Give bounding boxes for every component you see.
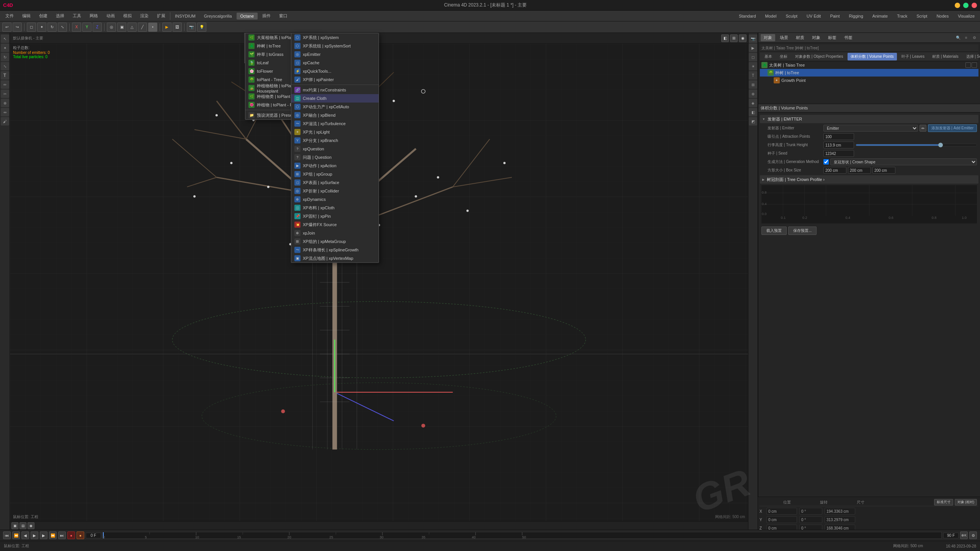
nav-render[interactable]: 渲染: [136, 12, 152, 20]
sdd-xpquestion[interactable]: ? xpQuestion: [291, 145, 379, 153]
nav-greyscale[interactable]: Greyscalgorilla: [200, 13, 236, 20]
nav-animate[interactable]: 动画: [103, 12, 119, 20]
coord-x-rot[interactable]: [799, 508, 822, 515]
tree-item-growthPoint[interactable]: ✦ Growth Point: [760, 77, 978, 84]
nav-extensions[interactable]: 扩展: [153, 12, 169, 20]
sdd-xpmetagroup[interactable]: ⊞ XP组的 | xpMetaGroup: [291, 237, 379, 246]
right-icon-obj[interactable]: ◻: [749, 53, 757, 61]
sidebar-cut[interactable]: ✂: [1, 90, 9, 98]
z-axis-btn[interactable]: Z: [93, 23, 102, 32]
timeline-autokey-btn[interactable]: ●: [77, 531, 84, 539]
nav-rigging[interactable]: Rigging: [845, 13, 867, 20]
sidebar-scale[interactable]: ⤡: [1, 62, 9, 70]
right-icon-grid[interactable]: ⊞: [749, 80, 757, 89]
sub-tab-coord[interactable]: 坐标: [777, 53, 791, 60]
sdd-xpcloth[interactable]: ◫ XP布料 | xpCloth: [291, 204, 379, 212]
trunk-height-slider-handle[interactable]: [938, 143, 943, 147]
light-btn[interactable]: 💡: [197, 23, 206, 32]
sdd-xpsystemsort[interactable]: ⬡ XP系统组 | xpSystemSort: [291, 42, 379, 50]
sub-tab-materials[interactable]: 材质 | Materials: [929, 53, 962, 60]
sub-tab-volume[interactable]: 体积分数 | Volume Points: [848, 53, 897, 60]
redo-btn[interactable]: ↪: [13, 23, 22, 32]
nav-edit[interactable]: 编辑: [18, 12, 34, 20]
sdd-xpexplosiafx[interactable]: 💥 XP爆炸FX Source: [291, 220, 379, 229]
right-icon-material[interactable]: ◈: [749, 99, 757, 107]
minimize-button[interactable]: [955, 3, 960, 8]
seed-input[interactable]: [823, 150, 854, 157]
sdd-xpcache[interactable]: ◻ xpCache: [291, 59, 379, 67]
view-btn-2[interactable]: ▤: [20, 522, 26, 529]
viewport-canvas[interactable]: 粒子总数: Number of emitters: 0 Total live p…: [10, 44, 748, 521]
coord-rel-btn[interactable]: 对象 (相对): [955, 499, 977, 505]
load-preset-btn[interactable]: 载入预置: [761, 227, 787, 235]
box-size-z[interactable]: [872, 167, 895, 174]
nav-simulate[interactable]: 模拟: [119, 12, 136, 20]
sdd-xppin[interactable]: 📌 XP固钉 | xpPin: [291, 212, 379, 220]
rotate-btn[interactable]: ↻: [47, 23, 57, 32]
timeline-play-btn[interactable]: ▶: [31, 531, 38, 539]
x-axis-btn[interactable]: X: [72, 23, 81, 32]
nav-visualize[interactable]: Visualize: [954, 13, 978, 20]
timeline-track[interactable]: 0 5 10 15 20 25 30 35 40 50: [103, 532, 942, 539]
right-icon-snap[interactable]: ⊕: [749, 90, 757, 98]
sdd-xpdynamics[interactable]: ⊕ xpDynamics: [291, 195, 379, 204]
select-btn[interactable]: ◻: [27, 23, 36, 32]
nav-uv[interactable]: UV Edit: [803, 13, 825, 20]
coord-y-size[interactable]: [825, 516, 855, 523]
right-icon-t[interactable]: T: [749, 71, 757, 80]
nav-sculpt[interactable]: Sculpt: [782, 13, 802, 20]
sidebar-mirror[interactable]: ⇔: [1, 108, 9, 116]
attraction-input[interactable]: [823, 133, 854, 140]
viewport-btn-2[interactable]: ⊞: [730, 34, 738, 42]
view-btn-3[interactable]: ◉: [28, 522, 34, 529]
timeline-step-back-btn[interactable]: ◀: [21, 531, 29, 539]
trunk-height-input[interactable]: [823, 142, 854, 148]
om-search-icon[interactable]: 🔍: [955, 34, 962, 41]
snap-btn[interactable]: ◎: [107, 23, 116, 32]
sdd-xpquicktools[interactable]: ⚡ xpQuickTools...: [291, 67, 379, 75]
nav-plugins[interactable]: 插件: [258, 12, 274, 20]
timeline-record-btn[interactable]: ●: [67, 531, 75, 539]
sdd-question[interactable]: ? 问题 | Question: [291, 153, 379, 161]
edge-btn[interactable]: ╱: [138, 23, 147, 32]
nav-animate2[interactable]: Animate: [869, 13, 892, 20]
gen-method-select[interactable]: 皇冠形状 | Crown Shape: [830, 158, 977, 165]
sdd-createcloth[interactable]: ◫ Create Cloth: [291, 94, 379, 103]
crown-profile-header[interactable]: 树冠剖面 | Tree Crown Profile ›: [760, 175, 978, 184]
timeline-next-btn[interactable]: ⏩: [49, 531, 57, 539]
nav-track[interactable]: Track: [893, 13, 911, 20]
coord-x-size[interactable]: [825, 508, 855, 515]
render-view-btn[interactable]: 🖼: [173, 23, 182, 32]
camera-btn[interactable]: 📷: [187, 23, 196, 32]
right-icon-camera[interactable]: 📷: [749, 34, 757, 43]
sdd-xpsplinegrowth[interactable]: 〜 XP样条增长 | xpSplineGrowth: [291, 246, 379, 254]
sdd-xpcollider[interactable]: ◎ XP折射 | xpCollider: [291, 187, 379, 195]
sub-tab-leaves[interactable]: 叶子 | Leaves: [898, 53, 928, 60]
gen-method-checkbox[interactable]: [823, 159, 829, 165]
viewport-btn-1[interactable]: ◧: [721, 34, 729, 42]
point-btn[interactable]: •: [148, 23, 157, 32]
timeline-end-btn[interactable]: ⏭: [58, 531, 66, 539]
nav-standard[interactable]: Standard: [735, 13, 760, 20]
sdd-xpsurface[interactable]: ◻ XP表面 | xpSurface: [291, 178, 379, 187]
sdd-xpaction[interactable]: ▶ XP动作 | xpAction: [291, 161, 379, 170]
om-tab-mats[interactable]: 材质: [793, 34, 807, 41]
nav-paint[interactable]: Paint: [826, 13, 843, 20]
model-btn[interactable]: ▣: [117, 23, 126, 32]
timeline-prev-btn[interactable]: ⏪: [12, 531, 20, 539]
viewport-btn-3[interactable]: ◉: [739, 34, 746, 42]
sidebar-t[interactable]: T: [1, 71, 9, 80]
box-size-y[interactable]: [848, 167, 871, 174]
tree-item-toTree[interactable]: 🌳 种树 | toTree: [760, 69, 978, 77]
sidebar-select[interactable]: ↖: [1, 34, 9, 43]
polygon-btn[interactable]: △: [127, 23, 137, 32]
right-icon-light[interactable]: ☀: [749, 62, 757, 70]
view-btn-1[interactable]: ▣: [11, 522, 18, 529]
om-settings-icon[interactable]: ⚙: [971, 34, 978, 41]
sdd-xppainter[interactable]: 🖌 XP绑 | xpPainter: [291, 75, 379, 84]
sdd-xpblend[interactable]: ◎ XP融合 | xpBlend: [291, 111, 379, 119]
add-emitter-btn[interactable]: 添加发射器 | Add Emitter: [928, 124, 977, 132]
render-btn[interactable]: ▶: [162, 23, 172, 32]
close-button[interactable]: [972, 3, 977, 8]
nav-insydium[interactable]: INSYDIUM: [171, 13, 199, 20]
